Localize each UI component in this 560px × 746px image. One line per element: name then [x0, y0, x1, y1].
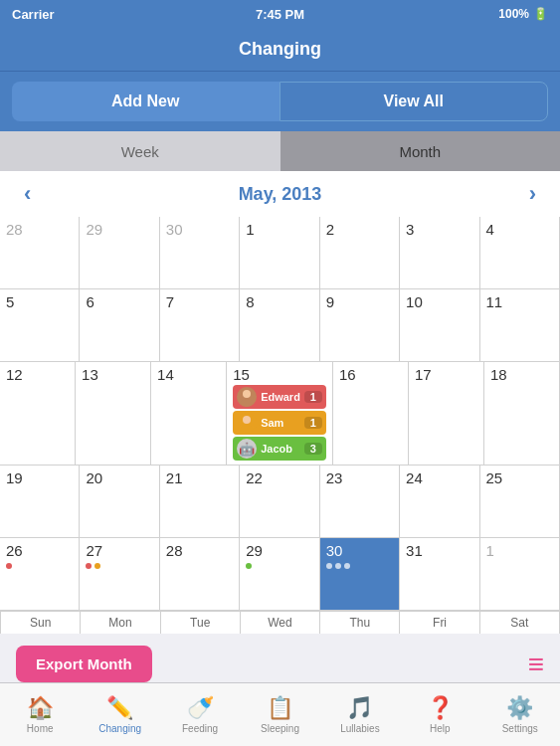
- tab-item-help[interactable]: ❓Help: [400, 683, 479, 746]
- cell-date-number: 2: [326, 221, 393, 238]
- tab-label: Changing: [98, 723, 141, 734]
- tab-item-home[interactable]: 🏠Home: [0, 683, 80, 746]
- calendar-container: ‹ May, 2013 › 28293012345678910111213141…: [0, 171, 560, 634]
- calendar-cell[interactable]: 1: [480, 538, 560, 610]
- event-count: 3: [304, 443, 322, 455]
- cell-date-number: 16: [339, 366, 402, 383]
- day-headers: SunMonTueWedThuFriSat: [0, 611, 560, 634]
- cell-date-number: 28: [6, 221, 73, 238]
- calendar-cell[interactable]: 20: [80, 466, 159, 537]
- view-all-button[interactable]: View All: [280, 82, 549, 121]
- calendar-cell[interactable]: 24: [400, 466, 479, 537]
- tab-item-settings[interactable]: ⚙️Settings: [480, 683, 560, 746]
- calendar-cell[interactable]: 13: [76, 362, 151, 465]
- tab-item-changing[interactable]: ✏️Changing: [80, 683, 159, 746]
- day-header: Wed: [241, 612, 320, 634]
- calendar-cell[interactable]: 9: [320, 289, 400, 361]
- activity-dot: [94, 563, 100, 569]
- month-tab[interactable]: Month: [280, 131, 561, 171]
- event-name: Edward: [261, 391, 300, 403]
- cell-dots: [6, 563, 73, 569]
- event-avatar: [237, 387, 257, 407]
- calendar-cell[interactable]: 25: [480, 466, 560, 537]
- add-new-button[interactable]: Add New: [12, 82, 280, 121]
- calendar-cell[interactable]: 7: [160, 289, 240, 361]
- calendar-cell[interactable]: 4: [480, 217, 560, 288]
- calendar-cell[interactable]: 30: [160, 217, 240, 288]
- calendar-cell[interactable]: 5: [0, 289, 80, 361]
- tab-label: Sleeping: [261, 723, 299, 734]
- cell-date-number: 29: [86, 221, 152, 238]
- cell-dots: [86, 563, 152, 569]
- calendar-cell[interactable]: 30: [320, 538, 400, 610]
- calendar-cell[interactable]: 2: [320, 217, 400, 288]
- calendar-cell[interactable]: 22: [240, 466, 319, 537]
- list-view-button[interactable]: ≡: [528, 649, 544, 680]
- calendar-cell[interactable]: 14: [151, 362, 227, 465]
- cell-date-number: 12: [6, 366, 69, 383]
- calendar-cell[interactable]: 1: [240, 217, 319, 288]
- calendar-cell[interactable]: 23: [320, 466, 400, 537]
- cell-date-number: 13: [82, 366, 144, 383]
- calendar-cell[interactable]: 21: [160, 466, 240, 537]
- calendar-cell[interactable]: 17: [409, 362, 484, 465]
- event-badge[interactable]: Edward1: [233, 385, 326, 409]
- next-month-button[interactable]: ›: [521, 181, 544, 207]
- activity-dot: [6, 563, 12, 569]
- cell-date-number: 21: [166, 469, 233, 486]
- activity-dot: [335, 563, 341, 569]
- calendar-cell[interactable]: 27: [80, 538, 159, 610]
- day-header: Fri: [400, 612, 479, 634]
- cell-date-number: 26: [6, 542, 73, 559]
- calendar-cell[interactable]: 28: [160, 538, 240, 610]
- calendar-cell[interactable]: 31: [400, 538, 479, 610]
- event-count: 1: [304, 391, 322, 403]
- activity-dot: [344, 563, 350, 569]
- tab-item-sleeping[interactable]: 📋Sleeping: [240, 683, 319, 746]
- calendar-cell[interactable]: 29: [240, 538, 319, 610]
- cell-date-number: 11: [486, 293, 553, 310]
- cell-date-number: 8: [246, 293, 312, 310]
- tab-item-feeding[interactable]: 🍼Feeding: [160, 683, 240, 746]
- event-name: Sam: [261, 417, 300, 429]
- top-segment-bar: Add New View All: [0, 72, 560, 131]
- battery-area: 100% 🔋: [498, 7, 548, 21]
- svg-point-1: [240, 399, 254, 407]
- prev-month-button[interactable]: ‹: [16, 181, 39, 207]
- changing-icon: ✏️: [106, 695, 133, 721]
- cell-date-number: 27: [86, 542, 152, 559]
- calendar-cell[interactable]: 6: [80, 289, 159, 361]
- tab-label: Lullabies: [340, 723, 379, 734]
- cell-date-number: 31: [406, 542, 472, 559]
- calendar-cell[interactable]: 3: [400, 217, 479, 288]
- calendar-cell[interactable]: 28: [0, 217, 80, 288]
- cell-date-number: 29: [246, 542, 312, 559]
- event-avatar: 🤖: [237, 439, 257, 459]
- event-badge[interactable]: Sam1: [233, 411, 326, 435]
- calendar-cell[interactable]: 15Edward1Sam1🤖Jacob3: [227, 362, 333, 465]
- calendar-cell[interactable]: 10: [400, 289, 479, 361]
- calendar-cell[interactable]: 16: [333, 362, 409, 465]
- cell-date-number: 5: [6, 293, 73, 310]
- cell-date-number: 1: [246, 221, 312, 238]
- list-icon: ≡: [528, 649, 544, 679]
- tab-label: Home: [27, 723, 54, 734]
- sleeping-icon: 📋: [267, 695, 293, 721]
- tab-item-lullabies[interactable]: 🎵Lullabies: [320, 683, 400, 746]
- calendar-cell[interactable]: 18: [484, 362, 560, 465]
- calendar-cell[interactable]: 29: [80, 217, 159, 288]
- export-month-button[interactable]: Export Month: [16, 646, 152, 682]
- calendar-cell[interactable]: 11: [480, 289, 560, 361]
- cell-date-number: 3: [406, 221, 472, 238]
- calendar-cell[interactable]: 8: [240, 289, 319, 361]
- calendar-cell[interactable]: 12: [0, 362, 76, 465]
- month-title: May, 2013: [239, 184, 322, 205]
- week-tab[interactable]: Week: [0, 131, 280, 171]
- event-badge[interactable]: 🤖Jacob3: [233, 437, 326, 461]
- calendar-cell[interactable]: 26: [0, 538, 80, 610]
- cell-dots: [246, 563, 312, 569]
- help-icon: ❓: [427, 695, 454, 721]
- calendar-cell[interactable]: 19: [0, 466, 80, 537]
- nav-title: Changing: [239, 39, 321, 60]
- cell-date-number: 30: [166, 221, 233, 238]
